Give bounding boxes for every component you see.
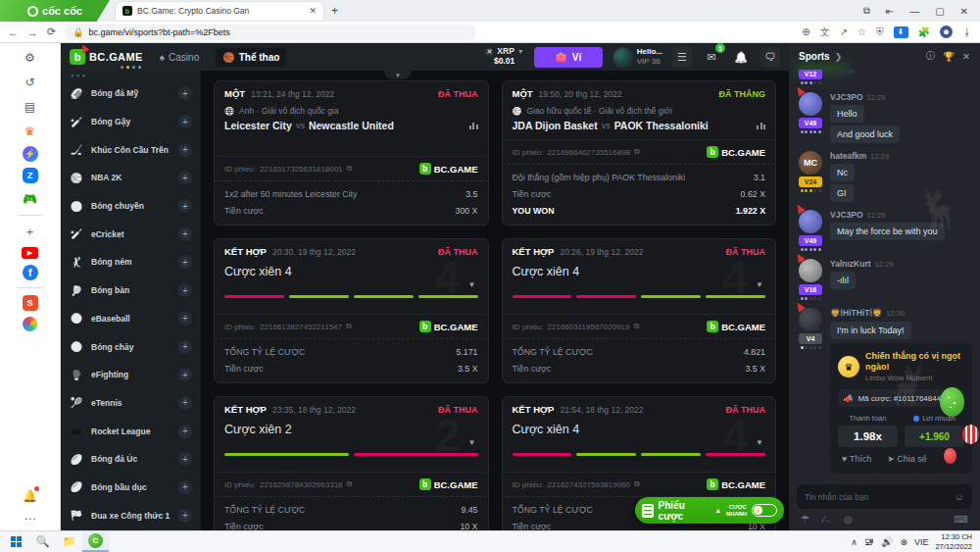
bet-slip-button[interactable]: Phiếu cược ▲ CƯỢCNHANH ⚡ — [635, 497, 784, 524]
install-app-icon[interactable]: ⊕ — [802, 26, 809, 37]
history-icon[interactable]: ↺ — [21, 73, 40, 91]
facebook-icon[interactable]: f — [23, 265, 38, 280]
screencast-icon[interactable]: ⧉ — [863, 5, 870, 17]
sidebar-item-formula1[interactable]: 🏁Đua xe Công thức 1+ — [61, 501, 201, 529]
chat-username[interactable]: hateafkm — [830, 151, 866, 161]
reload-button[interactable]: ⟳ — [47, 25, 56, 38]
browser-tab[interactable]: b BC.Game: Crypto Casino Gan ✕ — [116, 2, 323, 21]
menu-list-icon[interactable]: ☰ — [672, 47, 692, 67]
settings-gear-icon[interactable]: ⚙ — [21, 48, 40, 67]
copy-icon[interactable]: ⧉ — [346, 322, 352, 331]
chat-message-field[interactable] — [805, 492, 955, 502]
arrow-back-icon[interactable]: ⇤ — [886, 6, 894, 17]
tray-expand-icon[interactable]: ∧ — [851, 537, 858, 547]
bookmark-star-icon[interactable]: ☆ — [858, 26, 866, 37]
start-button[interactable] — [3, 531, 29, 552]
bell-icon[interactable]: 🔔 — [731, 47, 751, 67]
expand-plus-button[interactable]: + — [178, 312, 192, 326]
close-icon[interactable]: ✕ — [962, 51, 970, 62]
copy-icon[interactable]: ⧉ — [634, 479, 640, 489]
user-avatar[interactable] — [799, 210, 822, 233]
keyboard-icon[interactable]: ⌨ — [955, 514, 968, 525]
expand-plus-button[interactable]: + — [178, 480, 192, 494]
copy-icon[interactable]: ⧉ — [633, 322, 639, 331]
copy-icon[interactable]: ⧉ — [347, 479, 353, 489]
expand-plus-button[interactable]: + — [178, 340, 192, 354]
url-field[interactable]: 🔒 bc.game/vi/sports?bt-path=%2Fbets — [65, 25, 476, 40]
taskbar-search-button[interactable]: 🔍 — [29, 531, 56, 552]
display-tray-icon[interactable]: 🖳 — [864, 536, 874, 547]
eject-tray-icon[interactable]: ⊗ — [900, 537, 907, 547]
downloads-icon[interactable]: ⭳ — [962, 26, 972, 37]
sidebar-item-rocket-league[interactable]: 🏎Rocket League+ — [61, 417, 201, 445]
forward-button[interactable]: → — [27, 26, 38, 38]
reading-list-icon[interactable]: ▤ — [21, 97, 40, 116]
sidebar-item-aussie-rules[interactable]: 🏉Bóng đá Úc+ — [61, 445, 201, 474]
expand-plus-button[interactable]: + — [178, 425, 192, 438]
extensions-icon[interactable]: 🧩 — [918, 26, 930, 37]
more-icon[interactable]: ⋯ — [21, 509, 40, 527]
language-indicator[interactable]: VIE — [914, 537, 929, 547]
expand-plus-button[interactable]: + — [178, 199, 192, 213]
chat-username[interactable]: YalnızKurt — [830, 259, 871, 269]
sidebar-item-etennis[interactable]: 🎾eTennis+ — [61, 389, 201, 418]
messenger-icon[interactable]: ⚡ — [23, 146, 38, 162]
window-maximize-button[interactable]: ▢ — [935, 6, 944, 17]
expand-plus-button[interactable]: + — [178, 452, 192, 466]
bet-card[interactable]: MỘT19:50, 20 thg 12, 2022ĐÃ THẮNG 🏀Giao … — [502, 80, 777, 226]
expand-plus-button[interactable]: + — [178, 227, 192, 241]
chat-toggle-icon[interactable]: 🗨 — [760, 47, 780, 67]
nav-sports[interactable]: 🏀Thể thao — [216, 48, 286, 67]
tab-close-icon[interactable]: ✕ — [309, 6, 317, 16]
expand-plus-button[interactable]: + — [178, 509, 192, 523]
slash-command-icon[interactable]: ∕₋ — [823, 514, 830, 525]
notification-bell-icon[interactable]: 🔔 — [21, 486, 40, 505]
download-manager-icon[interactable]: ⬇ — [894, 26, 908, 38]
shopee-icon[interactable]: S — [23, 295, 38, 311]
expand-plus-button[interactable]: + — [178, 255, 192, 269]
zalo-icon[interactable]: Z — [23, 168, 38, 183]
user-avatar[interactable] — [799, 259, 822, 282]
copy-icon[interactable]: ⧉ — [347, 164, 353, 174]
translate-icon[interactable]: 文 — [820, 25, 830, 39]
chat-username[interactable]: VJC3PO — [830, 92, 863, 102]
chevron-down-icon[interactable]: ▼ — [756, 280, 763, 289]
coccoc-taskbar-button[interactable]: C — [82, 531, 109, 552]
chat-username[interactable]: 🦁🕯HiTHiT🕯🦁 — [830, 308, 882, 319]
copy-icon[interactable]: ⧉ — [634, 147, 640, 157]
browser-profile-avatar[interactable]: ☻ — [940, 25, 953, 38]
chevron-down-icon[interactable]: ▼ — [756, 438, 763, 447]
chat-input[interactable]: ☺ — [797, 484, 972, 509]
sidebar-item-rugby[interactable]: 🏉Bóng bầu dục+ — [61, 474, 201, 502]
sidebar-item-cricket-bat[interactable]: 🏏Bóng Gậy+ — [61, 108, 201, 136]
sidebar-item-ecricket[interactable]: 🏏eCricket+ — [61, 220, 201, 248]
bet-card[interactable]: MỘT13:21, 24 thg 12, 2022ĐÃ THUA 🌐Anh · … — [214, 80, 489, 226]
taskbar-clock[interactable]: 12:30 CH27/12/2022 — [935, 532, 972, 551]
trophy-icon[interactable]: 🏆 — [943, 51, 955, 62]
expand-plus-button[interactable]: + — [178, 283, 192, 297]
chevron-right-icon[interactable]: ❯ — [835, 52, 843, 62]
mail-icon[interactable]: ✉5 — [702, 47, 721, 67]
chevron-down-icon[interactable]: ▼ — [468, 280, 476, 289]
sidebar-item-volleyball[interactable]: 🏐Bóng chuyền+ — [61, 192, 201, 221]
user-avatar[interactable] — [799, 308, 822, 331]
expand-plus-button[interactable]: + — [178, 115, 192, 128]
expand-plus-button[interactable]: + — [178, 368, 192, 381]
sidebar-item-table-tennis[interactable]: 🏓Bóng bàn+ — [61, 276, 201, 305]
adblock-shield-icon[interactable]: ⛨ — [876, 26, 884, 38]
sidebar-item-baseball[interactable]: ⚾Bóng chày+ — [61, 332, 201, 361]
info-icon[interactable]: ⓘ — [926, 50, 936, 63]
sidebar-item-american-football[interactable]: 🏈Bóng đá Mỹ+ — [61, 79, 201, 108]
stats-chart-icon[interactable] — [469, 123, 478, 129]
wallet-button[interactable]: 👛Ví — [534, 47, 603, 68]
sidebar-item-efighting[interactable]: 🥊eFighting+ — [61, 361, 201, 389]
sidebar-item-ebaseball[interactable]: ⚾eBaseball+ — [61, 305, 201, 333]
share-button[interactable]: ➤ Chia sẻ — [887, 454, 927, 464]
bet-card[interactable]: KẾT HỢP20:30, 19 thg 12, 2022ĐÃ THUA Cượ… — [214, 238, 489, 383]
bet-card[interactable]: KẾT HỢP23:35, 18 thg 12, 2022ĐÃ THUA Cượ… — [214, 396, 489, 530]
quick-bet-toggle[interactable]: ⚡ — [752, 504, 777, 517]
coccoc-brand[interactable]: cốc cốc — [0, 0, 110, 22]
like-button[interactable]: ♥ Thích — [842, 454, 871, 464]
bcgame-logo[interactable]: b BC.GAME — [70, 49, 143, 65]
chat-room-selector[interactable]: Sports — [799, 51, 830, 62]
